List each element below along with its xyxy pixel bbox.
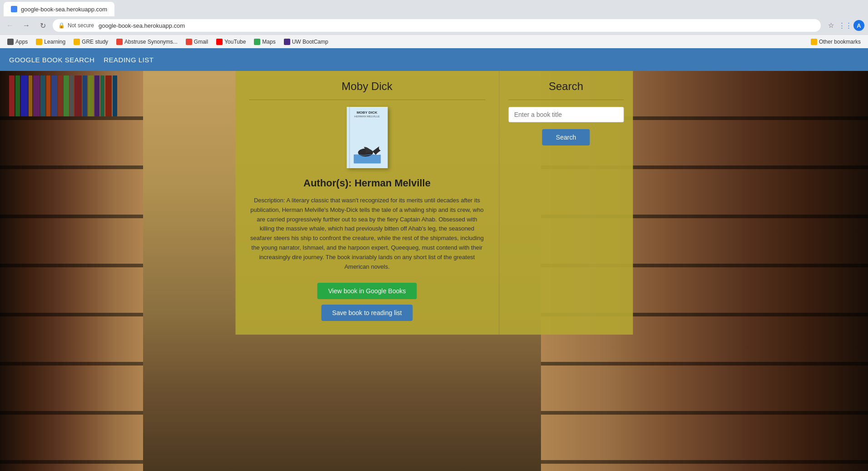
view-google-books-button[interactable]: View book in Google Books bbox=[317, 283, 417, 299]
gre-favicon bbox=[74, 39, 80, 45]
bookmark-abstruse-label: Abstruse Synonyms... bbox=[124, 39, 178, 45]
tab-favicon bbox=[11, 6, 17, 12]
cover-title: MOBY DICK bbox=[354, 110, 380, 115]
whale-illustration bbox=[353, 142, 381, 165]
maps-favicon bbox=[254, 39, 260, 45]
address-bar[interactable]: 🔒 Not secure google-book-sea.herokuapp.c… bbox=[53, 19, 821, 32]
lock-icon: 🔒 bbox=[58, 22, 65, 29]
google-apps-button[interactable]: ⋮⋮ bbox=[839, 19, 852, 32]
bookmark-youtube[interactable]: YouTube bbox=[213, 38, 249, 46]
other-bookmarks-label: Other bookmarks bbox=[819, 39, 861, 45]
cover-title-area: MOBY DICK HERMAN MELVILLE bbox=[354, 110, 380, 118]
browser-actions: ☆ ⋮⋮ A bbox=[824, 19, 864, 32]
security-label: Not secure bbox=[68, 22, 94, 29]
nav-brand[interactable]: GOOGLE BOOK SEARCH bbox=[9, 56, 94, 64]
main-content: Moby Dick MOBY DICK HERMAN MELVILLE bbox=[0, 71, 868, 471]
bookmark-apps[interactable]: Apps bbox=[4, 38, 31, 46]
address-bar-row: ← → ↻ 🔒 Not secure google-book-sea.herok… bbox=[0, 16, 868, 35]
bookmark-maps[interactable]: Maps bbox=[250, 38, 279, 46]
book-cover: MOBY DICK HERMAN MELVILLE bbox=[347, 107, 387, 168]
tab-title: google-book-sea.herokuapp.com bbox=[21, 6, 107, 13]
bookmark-youtube-label: YouTube bbox=[224, 39, 246, 45]
bookmark-star-button[interactable]: ☆ bbox=[824, 19, 837, 32]
app-navbar: GOOGLE BOOK SEARCH READING LIST bbox=[0, 48, 868, 71]
forward-button[interactable]: → bbox=[20, 19, 33, 32]
bookmarks-bar: Apps Learning GRE study Abstruse Synonym… bbox=[0, 35, 868, 48]
left-books bbox=[9, 75, 134, 471]
active-tab[interactable]: google-book-sea.herokuapp.com bbox=[4, 2, 114, 16]
book-card-title: Moby Dick bbox=[342, 80, 392, 93]
search-card-title: Search bbox=[549, 80, 583, 93]
gmail-favicon bbox=[186, 39, 192, 45]
author-heading: Author(s): Herman Melville bbox=[303, 177, 431, 189]
learning-favicon bbox=[36, 39, 42, 45]
bookmark-uw[interactable]: UW BootCamp bbox=[280, 38, 332, 46]
bookmark-abstruse[interactable]: Abstruse Synonyms... bbox=[113, 38, 181, 46]
search-button[interactable]: Search bbox=[542, 129, 590, 145]
back-button[interactable]: ← bbox=[4, 19, 16, 32]
bookmark-gre[interactable]: GRE study bbox=[70, 38, 112, 46]
profile-avatar[interactable]: A bbox=[853, 20, 864, 31]
cards-container: Moby Dick MOBY DICK HERMAN MELVILLE bbox=[235, 71, 633, 335]
youtube-favicon bbox=[216, 39, 223, 45]
search-input[interactable] bbox=[508, 107, 624, 122]
reload-button[interactable]: ↻ bbox=[36, 19, 49, 32]
book-description: Description: A literary classic that was… bbox=[249, 196, 485, 271]
nav-reading-list[interactable]: READING LIST bbox=[104, 56, 154, 64]
address-text: google-book-sea.herokuapp.com bbox=[99, 22, 185, 29]
abstruse-favicon bbox=[116, 39, 123, 45]
other-bookmarks-favicon bbox=[811, 39, 817, 45]
search-card-divider bbox=[508, 100, 624, 100]
bookmark-gmail-label: Gmail bbox=[194, 39, 208, 45]
bookmark-uw-label: UW BootCamp bbox=[292, 39, 328, 45]
bookmark-apps-label: Apps bbox=[15, 39, 28, 45]
uw-favicon bbox=[284, 39, 290, 45]
spine-line bbox=[349, 107, 350, 168]
bookmark-learning[interactable]: Learning bbox=[32, 38, 69, 46]
book-card: Moby Dick MOBY DICK HERMAN MELVILLE bbox=[235, 71, 499, 335]
search-card: Search Search bbox=[499, 71, 633, 335]
save-reading-list-button[interactable]: Save book to reading list bbox=[321, 305, 412, 321]
tab-bar: google-book-sea.herokuapp.com bbox=[0, 0, 868, 16]
book-card-divider bbox=[249, 100, 485, 100]
bookmark-gre-label: GRE study bbox=[82, 39, 108, 45]
cover-author: HERMAN MELVILLE bbox=[354, 115, 380, 118]
other-bookmarks[interactable]: Other bookmarks bbox=[807, 38, 864, 46]
bookmark-learning-label: Learning bbox=[44, 39, 65, 45]
bookmark-gmail[interactable]: Gmail bbox=[182, 38, 212, 46]
apps-favicon bbox=[7, 39, 14, 45]
left-shelves bbox=[0, 71, 143, 471]
bookmark-maps-label: Maps bbox=[262, 39, 275, 45]
